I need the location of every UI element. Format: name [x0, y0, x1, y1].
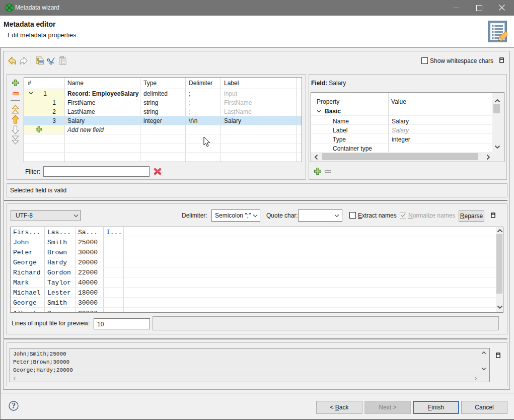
svg-text:?: ? [12, 401, 16, 410]
